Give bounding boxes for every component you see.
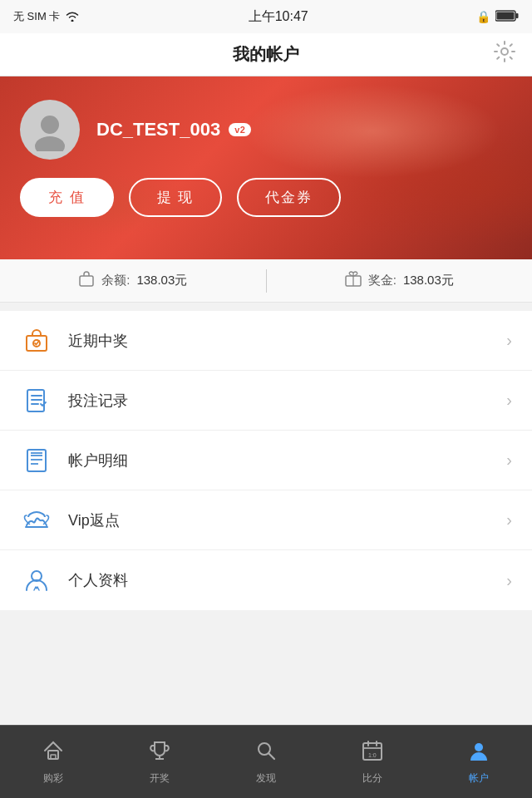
tab-purchase[interactable]: 购彩 bbox=[0, 726, 106, 798]
menu-list: 近期中奖 › 投注记录 › 帐户明细 › bbox=[0, 311, 532, 610]
voucher-button[interactable]: 代金券 bbox=[237, 178, 341, 217]
chevron-icon: › bbox=[506, 331, 512, 350]
chevron-icon: › bbox=[506, 571, 512, 590]
svg-point-29 bbox=[475, 743, 483, 751]
withdraw-button[interactable]: 提 现 bbox=[129, 178, 223, 217]
svg-rect-6 bbox=[80, 276, 93, 286]
balance-bar: 余额: 138.03元 奖金: 138.03元 bbox=[0, 259, 532, 303]
vip-icon bbox=[20, 504, 53, 537]
recent-prize-label: 近期中奖 bbox=[68, 331, 506, 351]
menu-item-vip-return[interactable]: Vip返点 › bbox=[0, 490, 532, 550]
vip-badge: v2 bbox=[229, 123, 251, 136]
status-left: 无 SIM 卡 bbox=[13, 9, 80, 24]
tab-discover[interactable]: 发现 bbox=[213, 726, 319, 798]
person-icon bbox=[20, 564, 53, 597]
bonus-amount: 138.03元 bbox=[403, 273, 454, 288]
home-icon bbox=[42, 739, 65, 768]
svg-point-3 bbox=[501, 48, 508, 55]
balance-bag-icon bbox=[78, 270, 95, 291]
settings-icon[interactable] bbox=[492, 39, 517, 70]
tab-prize[interactable]: 开奖 bbox=[106, 726, 213, 798]
tab-account-label: 帐户 bbox=[469, 771, 489, 786]
chevron-icon: › bbox=[506, 451, 512, 470]
menu-item-profile-info[interactable]: 个人资料 › bbox=[0, 550, 532, 610]
svg-text:1:0: 1:0 bbox=[368, 752, 377, 758]
tab-score-label: 比分 bbox=[362, 771, 382, 786]
svg-rect-2 bbox=[496, 12, 514, 19]
nav-bar: 我的帐户 bbox=[0, 33, 532, 76]
balance-right: 奖金: 138.03元 bbox=[267, 270, 533, 291]
calendar-icon: 1:0 bbox=[361, 739, 384, 768]
tab-account[interactable]: 帐户 bbox=[426, 726, 532, 798]
balance-label: 余额: bbox=[101, 273, 130, 288]
action-buttons: 充 值 提 现 代金券 bbox=[20, 178, 341, 217]
chevron-icon: › bbox=[506, 391, 512, 410]
bonus-icon bbox=[345, 270, 362, 291]
menu-item-bet-record[interactable]: 投注记录 › bbox=[0, 371, 532, 431]
account-detail-label: 帐户明细 bbox=[68, 451, 506, 470]
account-icon bbox=[20, 444, 53, 477]
svg-line-23 bbox=[268, 753, 274, 759]
svg-rect-19 bbox=[51, 755, 56, 759]
tab-score[interactable]: 1:0 比分 bbox=[319, 726, 426, 798]
balance-left: 余额: 138.03元 bbox=[0, 270, 266, 291]
profile-info-label: 个人资料 bbox=[68, 570, 506, 590]
account-tab-icon bbox=[467, 739, 490, 768]
sim-text: 无 SIM 卡 bbox=[13, 9, 60, 24]
prize-icon bbox=[20, 324, 53, 357]
recharge-button[interactable]: 充 值 bbox=[20, 178, 114, 217]
tab-prize-label: 开奖 bbox=[150, 771, 170, 786]
svg-rect-1 bbox=[515, 13, 518, 18]
status-right: 🔒 bbox=[476, 10, 519, 24]
lock-icon: 🔒 bbox=[476, 10, 490, 23]
trophy-icon bbox=[148, 739, 171, 768]
status-bar: 无 SIM 卡 上午10:47 🔒 bbox=[0, 0, 532, 33]
svg-point-5 bbox=[35, 136, 65, 151]
wifi-icon bbox=[65, 10, 80, 24]
bet-icon bbox=[20, 384, 53, 417]
menu-item-account-detail[interactable]: 帐户明细 › bbox=[0, 431, 532, 490]
search-icon bbox=[254, 739, 278, 768]
profile-header: DC_TEST_003 v2 充 值 提 现 代金券 bbox=[0, 76, 532, 259]
tab-discover-label: 发现 bbox=[256, 771, 276, 786]
status-time: 上午10:47 bbox=[249, 8, 308, 26]
username: DC_TEST_003 bbox=[96, 119, 220, 140]
profile-top: DC_TEST_003 v2 bbox=[20, 100, 251, 160]
balance-amount: 138.03元 bbox=[136, 273, 187, 288]
vip-return-label: Vip返点 bbox=[68, 510, 506, 530]
svg-point-4 bbox=[41, 116, 59, 134]
bonus-label: 奖金: bbox=[368, 273, 397, 288]
bet-record-label: 投注记录 bbox=[68, 391, 506, 411]
avatar bbox=[20, 100, 80, 160]
chevron-icon: › bbox=[506, 510, 512, 530]
battery-icon bbox=[495, 10, 519, 24]
menu-item-recent-prize[interactable]: 近期中奖 › bbox=[0, 311, 532, 371]
tab-bar: 购彩 开奖 发现 1:0 bbox=[0, 725, 532, 798]
user-info: DC_TEST_003 v2 bbox=[96, 119, 251, 140]
page-title: 我的帐户 bbox=[233, 43, 299, 66]
tab-purchase-label: 购彩 bbox=[43, 771, 63, 786]
